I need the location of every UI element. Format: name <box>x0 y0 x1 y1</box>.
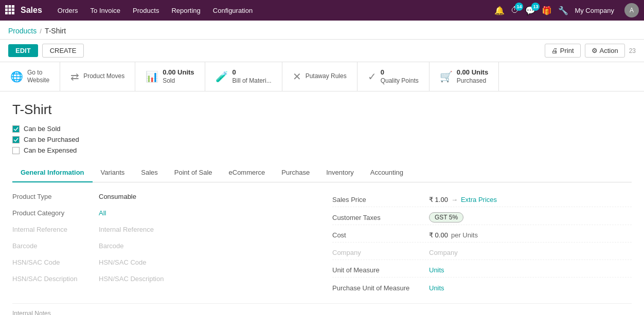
quality-points-label: 0 Quality Points <box>381 68 419 85</box>
nav-to-invoice[interactable]: To Invoice <box>85 0 126 21</box>
tab-point-of-sale[interactable]: Point of Sale <box>166 163 221 182</box>
internal-reference-label: Internal Reference <box>12 226 95 233</box>
units-sold-text: Sold <box>163 77 194 85</box>
bill-of-materials-num: 0 <box>232 68 272 77</box>
gear-icon: ⚙ <box>592 47 598 54</box>
nav-orders[interactable]: Orders <box>52 0 83 21</box>
wrench-icon[interactable]: 🔧 <box>558 6 568 15</box>
putaway-rules-label: Putaway Rules <box>306 72 347 81</box>
smart-buttons-bar: 🌐 Go to Website ⇄ Product Moves 📊 0.00 U… <box>0 62 644 91</box>
bill-of-materials-label: 0 Bill of Materi... <box>232 68 272 85</box>
units-purchased-label: 0.00 Units Purchased <box>457 68 488 85</box>
edit-button[interactable]: EDIT <box>8 44 38 57</box>
svg-rect-3 <box>5 8 8 11</box>
tab-sales[interactable]: Sales <box>133 163 166 182</box>
product-type-label: Product Type <box>12 193 95 200</box>
form-right: Sales Price ₹ 1.00 → Extra Prices Custom… <box>332 193 632 295</box>
can-be-purchased-row: Can be Purchased <box>12 136 632 143</box>
sales-price-row: Sales Price ₹ 1.00 → Extra Prices <box>332 193 632 207</box>
unit-of-measure-value[interactable]: Units <box>429 266 444 274</box>
tab-variants[interactable]: Variants <box>93 163 133 182</box>
product-type-row: Product Type Consumable <box>12 193 312 206</box>
cross-icon: ✕ <box>293 70 301 83</box>
company-name[interactable]: My Company <box>575 7 614 14</box>
cart-icon: 🛒 <box>440 70 453 83</box>
can-be-expensed-label: Can be Expensed <box>24 146 77 154</box>
chat-badge: 13 <box>531 3 540 11</box>
svg-rect-6 <box>5 12 8 14</box>
smart-btn-bill-of-materials[interactable]: 🧪 0 Bill of Materi... <box>205 62 282 91</box>
globe-icon: 🌐 <box>10 70 23 83</box>
create-button[interactable]: CREATE <box>42 44 84 58</box>
hsn-desc-input[interactable]: HSN/SAC Description <box>99 275 164 283</box>
hsn-code-input[interactable]: HSN/SAC Code <box>99 258 146 266</box>
can-be-purchased-checkbox[interactable] <box>12 136 20 143</box>
smart-btn-quality-points[interactable]: ✓ 0 Quality Points <box>357 62 430 91</box>
arrows-icon: ⇄ <box>70 70 79 83</box>
bell-icon[interactable]: 🔔 <box>494 6 505 15</box>
smart-btn-putaway-rules[interactable]: ✕ Putaway Rules <box>282 62 357 91</box>
barcode-input[interactable]: Barcode <box>99 242 123 250</box>
internal-notes-label: Internal Notes <box>12 303 632 315</box>
product-category-row: Product Category All <box>12 209 312 223</box>
tab-inventory[interactable]: Inventory <box>318 163 362 182</box>
smart-btn-product-moves[interactable]: ⇄ Product Moves <box>60 62 135 91</box>
putaway-rules-text: Putaway Rules <box>306 72 347 81</box>
nav-icons: 🔔 ⏱ 14 💬 13 🎁 🔧 My Company A <box>494 3 639 17</box>
breadcrumb-parent[interactable]: Products <box>8 27 37 35</box>
cost-row: Cost ₹ 0.00 per Units <box>332 228 632 243</box>
go-to-website-label: Go to Website <box>27 69 49 85</box>
print-button[interactable]: 🖨 Print <box>545 44 581 58</box>
tab-general-information[interactable]: General Information <box>12 163 93 182</box>
cost-amount[interactable]: ₹ 0.00 <box>429 231 448 239</box>
app-grid-icon[interactable] <box>5 5 14 16</box>
print-label: Print <box>560 47 574 54</box>
units-sold-label: 0.00 Units Sold <box>163 68 194 85</box>
nav-products[interactable]: Products <box>128 0 164 21</box>
avatar[interactable]: A <box>624 3 639 17</box>
svg-rect-5 <box>12 8 14 11</box>
arrow-icon: → <box>451 196 458 203</box>
can-be-sold-checkbox[interactable] <box>12 125 20 133</box>
gst-badge[interactable]: GST 5% <box>429 212 463 223</box>
nav-configuration[interactable]: Configuration <box>208 0 258 21</box>
tab-purchase[interactable]: Purchase <box>273 163 318 182</box>
timer-badge: 14 <box>515 3 523 11</box>
can-be-purchased-label: Can be Purchased <box>24 136 79 143</box>
customer-taxes-value: GST 5% <box>429 212 463 223</box>
cost-unit: per Units <box>451 231 478 239</box>
tab-ecommerce[interactable]: eCommerce <box>221 163 274 182</box>
purchase-unit-row: Purchase Unit of Measure Units <box>332 281 632 295</box>
sales-price-value: ₹ 1.00 → Extra Prices <box>429 196 497 203</box>
svg-rect-4 <box>9 8 11 11</box>
company-label: Company <box>332 249 425 256</box>
product-moves-label: Product Moves <box>83 72 124 81</box>
units-purchased-text: Purchased <box>457 77 488 85</box>
product-type-value[interactable]: Consumable <box>99 193 136 200</box>
company-input[interactable]: Company <box>429 249 458 256</box>
units-sold-num: 0.00 Units <box>163 68 194 77</box>
purchase-unit-label: Purchase Unit of Measure <box>332 284 425 292</box>
internal-reference-input[interactable]: Internal Reference <box>99 226 154 233</box>
breadcrumb: Products / T-Shirt <box>0 21 644 40</box>
timer-icon[interactable]: ⏱ 14 <box>511 6 519 15</box>
smart-btn-units-sold[interactable]: 📊 0.00 Units Sold <box>135 62 205 91</box>
action-button[interactable]: ⚙ Action <box>585 44 625 58</box>
svg-rect-0 <box>5 5 8 8</box>
extra-prices-link[interactable]: Extra Prices <box>461 196 497 203</box>
chat-icon[interactable]: 💬 13 <box>525 6 535 15</box>
smart-btn-units-purchased[interactable]: 🛒 0.00 Units Purchased <box>430 62 499 91</box>
units-purchased-num: 0.00 Units <box>457 68 488 77</box>
form-left: Product Type Consumable Product Category… <box>12 193 312 295</box>
nav-reporting[interactable]: Reporting <box>166 0 205 21</box>
flask-icon: 🧪 <box>216 70 228 83</box>
smart-btn-go-to-website[interactable]: 🌐 Go to Website <box>0 62 60 91</box>
purchase-unit-value[interactable]: Units <box>429 284 444 292</box>
can-be-expensed-checkbox[interactable] <box>12 147 20 154</box>
customer-taxes-label: Customer Taxes <box>332 214 425 221</box>
tab-accounting[interactable]: Accounting <box>362 163 412 182</box>
sales-price-amount[interactable]: ₹ 1.00 <box>429 196 448 203</box>
gift-icon[interactable]: 🎁 <box>542 6 552 15</box>
product-category-value[interactable]: All <box>99 209 106 217</box>
barcode-label: Barcode <box>12 242 95 250</box>
